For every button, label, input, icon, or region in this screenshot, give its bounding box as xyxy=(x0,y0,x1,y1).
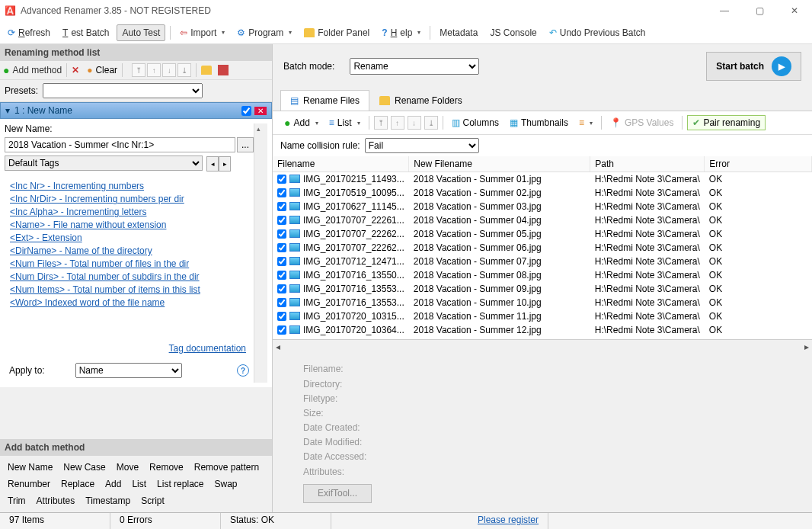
register-link[interactable]: Please register xyxy=(478,515,539,525)
metadata-button[interactable]: Metadata xyxy=(435,25,482,40)
tag-link[interactable]: <Inc Nr> - Incrementing numbers xyxy=(10,181,248,191)
table-row[interactable]: IMG_20170712_12471...2018 Vacation - Sum… xyxy=(273,255,812,268)
row-checkbox[interactable] xyxy=(277,243,286,252)
table-row[interactable]: IMG_20170707_22261...2018 Vacation - Sum… xyxy=(273,213,812,227)
tab-rename-files[interactable]: ▤Rename Files xyxy=(280,90,369,111)
batch-method-renumber[interactable]: Renumber xyxy=(8,479,50,489)
add-files-button[interactable]: ●Add xyxy=(280,115,322,130)
row-checkbox[interactable] xyxy=(277,229,286,239)
collision-rule-select[interactable]: Fail xyxy=(365,138,479,153)
tag-link[interactable]: <Num Items> - Total number of items in t… xyxy=(10,284,248,295)
file-grid[interactable]: Filename New Filename Path Error IMG_201… xyxy=(273,156,812,339)
method-scrollbar[interactable] xyxy=(254,123,267,383)
col-path[interactable]: Path xyxy=(590,156,705,172)
batch-method-replace[interactable]: Replace xyxy=(61,479,94,489)
delete-method-button[interactable]: ✕ xyxy=(72,65,79,75)
batch-method-script[interactable]: Script xyxy=(141,495,165,506)
js-console-button[interactable]: JS Console xyxy=(485,25,541,40)
folder-panel-button[interactable]: Folder Panel xyxy=(299,25,374,40)
col-error[interactable]: Error xyxy=(705,156,812,172)
table-row[interactable]: IMG_20170716_13553...2018 Vacation - Sum… xyxy=(273,296,812,309)
table-row[interactable]: IMG_20170716_13550...2018 Vacation - Sum… xyxy=(273,268,812,282)
newname-browse-button[interactable]: ... xyxy=(237,137,254,152)
open-icon[interactable] xyxy=(201,66,212,75)
row-checkbox[interactable] xyxy=(277,298,286,307)
table-row[interactable]: IMG_20170720_10364...2018 Vacation - Sum… xyxy=(273,323,812,337)
clear-button[interactable]: ●Clear xyxy=(87,65,117,75)
method-enabled-checkbox[interactable] xyxy=(241,106,251,116)
batchmode-select[interactable]: Rename xyxy=(350,58,479,75)
thumbnails-button[interactable]: ▦Thumbnails xyxy=(506,116,572,130)
method-close-button[interactable]: ✕ xyxy=(254,107,267,115)
tags-select[interactable]: Default Tags xyxy=(5,155,203,171)
grid-down-button[interactable]: ↓ xyxy=(408,116,421,130)
save-icon[interactable] xyxy=(218,65,229,75)
col-newfilename[interactable]: New Filename xyxy=(409,156,590,172)
applyto-select[interactable]: Name xyxy=(75,363,182,378)
presets-select[interactable] xyxy=(43,83,203,98)
batch-method-list-replace[interactable]: List replace xyxy=(157,479,203,489)
import-button[interactable]: ⇦Import xyxy=(175,25,229,40)
batch-method-add[interactable]: Add xyxy=(105,479,121,489)
move-top-button[interactable]: ⤒ xyxy=(132,63,145,77)
batch-method-list[interactable]: List xyxy=(132,479,146,489)
batch-method-timestamp[interactable]: Timestamp xyxy=(85,495,130,506)
add-method-button[interactable]: ●Add method xyxy=(3,64,62,76)
batch-method-remove-pattern[interactable]: Remove pattern xyxy=(194,462,259,473)
batch-method-trim[interactable]: Trim xyxy=(8,495,26,506)
grid-hscroll[interactable]: ◂▸ xyxy=(273,339,812,353)
test-batch-button[interactable]: Test Batch xyxy=(58,25,113,40)
row-checkbox[interactable] xyxy=(277,175,286,184)
move-down-button[interactable]: ↓ xyxy=(162,63,176,77)
tag-next-button[interactable]: ▸ xyxy=(219,156,231,172)
tag-link[interactable]: <Num Files> - Total number of files in t… xyxy=(10,258,248,269)
method-header[interactable]: ▾1 : New Name ✕ xyxy=(0,102,272,119)
pair-renaming-button[interactable]: ✔Pair renaming xyxy=(687,115,766,130)
row-checkbox[interactable] xyxy=(277,325,286,335)
row-checkbox[interactable] xyxy=(277,271,286,280)
exiftool-button[interactable]: ExifTool... xyxy=(303,484,372,503)
table-row[interactable]: IMG_20170519_10095...2018 Vacation - Sum… xyxy=(273,186,812,200)
tag-link[interactable]: <Num Dirs> - Total number of subdirs in … xyxy=(10,271,248,282)
newname-input[interactable] xyxy=(5,137,235,152)
row-checkbox[interactable] xyxy=(277,257,286,266)
batch-method-attributes[interactable]: Attributes xyxy=(37,495,75,506)
row-checkbox[interactable] xyxy=(277,216,286,225)
auto-test-button[interactable]: Auto Test xyxy=(117,24,165,41)
close-button[interactable]: ✕ xyxy=(777,0,812,21)
table-row[interactable]: IMG_20170720_10315...2018 Vacation - Sum… xyxy=(273,309,812,323)
table-row[interactable]: IMG_20170627_11145...2018 Vacation - Sum… xyxy=(273,200,812,213)
grid-top-button[interactable]: ⤒ xyxy=(374,116,388,130)
program-button[interactable]: ⚙Program xyxy=(232,25,296,40)
minimize-button[interactable]: — xyxy=(707,0,742,21)
help-button[interactable]: ?Help xyxy=(377,25,425,40)
table-row[interactable]: IMG_20170215_11493...2018 Vacation - Sum… xyxy=(273,172,812,186)
table-row[interactable]: IMG_20170716_13553...2018 Vacation - Sum… xyxy=(273,282,812,296)
display-button[interactable]: ≡ xyxy=(575,116,596,130)
refresh-button[interactable]: ⟳Refresh xyxy=(3,25,55,40)
batch-method-remove[interactable]: Remove xyxy=(149,462,184,473)
tag-link[interactable]: <DirName> - Name of the directory xyxy=(10,245,248,256)
help-icon[interactable]: ? xyxy=(237,364,249,377)
tab-rename-folders[interactable]: Rename Folders xyxy=(369,90,472,111)
batch-method-swap[interactable]: Swap xyxy=(214,479,237,489)
col-filename[interactable]: Filename xyxy=(273,156,409,172)
move-up-button[interactable]: ↑ xyxy=(147,63,161,77)
move-bottom-button[interactable]: ⤓ xyxy=(177,63,191,77)
row-checkbox[interactable] xyxy=(277,284,286,293)
undo-batch-button[interactable]: ↶Undo Previous Batch xyxy=(545,25,651,40)
tag-link[interactable]: <Inc NrDir> - Incrementing numbers per d… xyxy=(10,194,248,204)
batch-method-new-case[interactable]: New Case xyxy=(63,462,105,473)
table-row[interactable]: IMG_20170707_22262...2018 Vacation - Sum… xyxy=(273,227,812,241)
batch-method-move[interactable]: Move xyxy=(117,462,139,473)
list-button[interactable]: ≡List xyxy=(325,116,364,130)
gps-button[interactable]: 📍GPS Values xyxy=(606,116,677,130)
tag-link[interactable]: <Word> Indexed word of the file name xyxy=(10,297,248,308)
start-batch-button[interactable]: Start batch ▶ xyxy=(706,52,801,81)
tag-documentation-link[interactable]: Tag documentation xyxy=(169,343,246,354)
table-row[interactable]: IMG_20170707_22262...2018 Vacation - Sum… xyxy=(273,241,812,255)
row-checkbox[interactable] xyxy=(277,188,286,197)
row-checkbox[interactable] xyxy=(277,202,286,211)
batch-method-new-name[interactable]: New Name xyxy=(8,462,53,473)
columns-button[interactable]: ▥Columns xyxy=(448,116,503,130)
